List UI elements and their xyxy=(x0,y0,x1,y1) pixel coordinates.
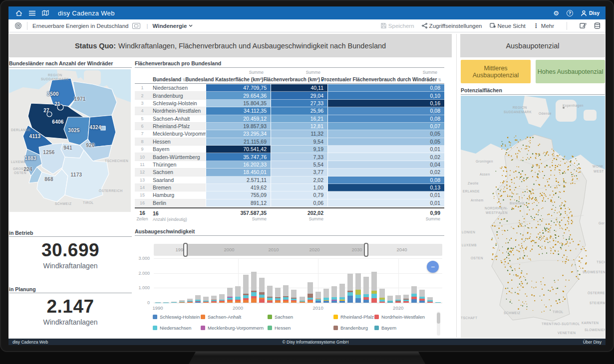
mittleres-ausbaupotenzial-button[interactable]: Mittleres Ausbaupotenzial xyxy=(461,60,531,83)
stacked-bar-2016[interactable] xyxy=(363,277,369,303)
help-icon[interactable]: ? xyxy=(567,10,573,16)
slider-handle-left[interactable] xyxy=(183,243,188,257)
stacked-bar-2000[interactable] xyxy=(235,286,241,303)
stacked-bar-2025[interactable] xyxy=(435,302,441,303)
potential-area-dot xyxy=(511,226,511,227)
stacked-bar-2006[interactable] xyxy=(283,285,289,303)
potential-area-dot xyxy=(492,255,493,256)
table-row[interactable]: 2Brandenburg29.654,3629,040,10 xyxy=(135,92,444,99)
legend-item-nordrhein-westfalen[interactable]: Nordrhein-Westfalen xyxy=(374,314,425,320)
stacked-bar-1999[interactable] xyxy=(227,288,233,303)
stacked-bar-2008[interactable] xyxy=(300,297,305,303)
bar-segment xyxy=(300,297,305,300)
stacked-bar-2018[interactable] xyxy=(379,289,385,303)
stacked-bar-2019[interactable] xyxy=(387,296,393,303)
user-menu[interactable]: Disy xyxy=(581,10,600,16)
stacked-bar-2023[interactable] xyxy=(419,290,425,303)
database-icon[interactable] xyxy=(594,22,601,29)
stacked-bar-2021[interactable] xyxy=(403,295,409,303)
table-row[interactable]: 5Sachsen-Anhalt20.459,1216,210,08 xyxy=(135,115,444,123)
sheet-selector[interactable]: Windenergie xyxy=(152,23,193,29)
legend-item-sachsen-anhalt[interactable]: Sachsen-Anhalt xyxy=(201,314,241,320)
potential-area-dot xyxy=(502,225,503,226)
table-row[interactable]: 11Thüringen16.202,335,540,04 xyxy=(135,161,444,169)
stacked-bar-1995[interactable] xyxy=(195,295,201,303)
potential-area-dot xyxy=(564,245,565,246)
potenzialflaechen-map[interactable]: REGIONSUDDANEMARKKopenhagenOdenseWOIW.WE… xyxy=(461,96,605,338)
slider-handle-right[interactable] xyxy=(364,243,368,257)
stacked-bar-2010[interactable] xyxy=(315,292,321,303)
table-row[interactable]: 3Schleswig-Holstein15.804,3527,330,16 xyxy=(135,100,444,107)
time-range-slider[interactable]: 199020002010202020302040 xyxy=(154,244,442,256)
column-header-katasterflaeche[interactable]: Bundesland Katasterfläche (km²)⇅ xyxy=(206,77,271,82)
stacked-bar-1993[interactable] xyxy=(179,300,185,303)
column-header-prozentual[interactable]: Prozentualer Flächenverbrauch durch Wind… xyxy=(327,77,444,82)
more-button[interactable]: ⋮ Mehr xyxy=(533,22,554,29)
column-header-flaechenverbrauch[interactable]: Flächenverbrauch (km²)▼ xyxy=(271,77,327,82)
table-row[interactable]: 4Nordrhein-Westfalen34.112,3525,960,08 xyxy=(135,107,444,115)
table-row[interactable]: 10Baden-Württemberg35.747,767,330,02 xyxy=(135,153,444,161)
access-settings-button[interactable]: Zugriffseinstellungen xyxy=(422,23,482,29)
table-row[interactable]: 14Bremen419,621,000,13 xyxy=(135,184,444,191)
table-row[interactable]: 1Niedersachsen47.709,7540,110,08 xyxy=(135,84,444,92)
stacked-bar-1992[interactable] xyxy=(171,302,177,303)
zoom-out-button[interactable]: − xyxy=(427,261,439,273)
potential-area-dot xyxy=(546,228,547,229)
stacked-bar-1991[interactable] xyxy=(163,302,169,303)
legend-scrollbar-thumb[interactable] xyxy=(437,313,440,324)
stacked-bar-2002[interactable] xyxy=(251,272,257,303)
stacked-bar-2024[interactable] xyxy=(427,297,433,303)
menu-icon[interactable] xyxy=(29,10,35,16)
legend-item-rheinland-pfalz[interactable]: Rheinland-Pfalz xyxy=(333,314,374,320)
table-row[interactable]: 9Bayern70.541,429,190,01 xyxy=(135,146,444,153)
map-icon[interactable] xyxy=(42,10,49,16)
table-row[interactable]: 6Rheinland-Pfalz19.857,9312,810,07 xyxy=(135,123,444,130)
hohes-ausbaupotenzial-button[interactable]: Hohes Ausbaupotenzial xyxy=(536,60,605,83)
save-button[interactable]: Speichern xyxy=(381,23,414,29)
legend-item-hessen[interactable]: Hessen xyxy=(268,325,291,331)
legend-item-niedersachsen[interactable]: Niedersachsen xyxy=(153,325,191,331)
potential-area-dot xyxy=(537,176,538,177)
stacked-bar-2013[interactable] xyxy=(339,284,345,303)
stacked-bar-1990[interactable] xyxy=(155,302,161,303)
legend-item-brandenburg[interactable]: Brandenburg xyxy=(333,325,368,331)
stacked-bar-2020[interactable] xyxy=(395,295,401,303)
table-row[interactable]: 12Sachsen18.450,013,770,02 xyxy=(135,169,444,176)
table-row[interactable]: 13Saarland2.571,112,020,08 xyxy=(135,177,444,184)
stacked-bar-2005[interactable] xyxy=(275,288,281,303)
legend-item-schleswig-holstein[interactable]: Schleswig-Holstein xyxy=(153,314,200,320)
windraeder-choropleth-map[interactable]: 3500197121276406302543244113125694192018… xyxy=(9,69,131,212)
stacked-bar-1998[interactable] xyxy=(219,294,225,303)
potential-area-dot xyxy=(528,150,529,151)
stacked-bar-2017[interactable] xyxy=(371,272,377,303)
stacked-bar-1994[interactable] xyxy=(187,299,193,303)
table-row[interactable]: 7Mecklenburg-Vorpommern23.295,3411,320,0… xyxy=(135,130,444,138)
home-icon[interactable] xyxy=(15,10,22,16)
legend-item-bayern[interactable]: Bayern xyxy=(374,325,396,331)
settings-gear-icon[interactable]: ⚙ xyxy=(553,10,559,16)
legend-item-sachsen[interactable]: Sachsen xyxy=(268,314,293,320)
table-row[interactable]: 15Hamburg755,090,790,01 xyxy=(135,191,444,199)
stacked-bar-1996[interactable] xyxy=(203,297,209,303)
stacked-bar-2004[interactable] xyxy=(267,286,273,303)
stacked-bar-1997[interactable] xyxy=(211,296,217,303)
stacked-bar-2003[interactable] xyxy=(259,278,265,303)
stacked-bar-2001[interactable] xyxy=(243,275,249,303)
new-view-button[interactable]: Neue Sicht xyxy=(490,23,526,29)
stacked-bar-2012[interactable] xyxy=(331,286,337,303)
stacked-bar-2022[interactable] xyxy=(411,286,417,303)
table-row[interactable]: 16Berlin891,120,060,01 xyxy=(135,199,444,207)
stacked-bar-2015[interactable] xyxy=(355,273,361,303)
legend-scrollbar[interactable] xyxy=(437,312,440,336)
stacked-bar-2009[interactable] xyxy=(307,282,313,303)
footer-about-link[interactable]: Über Disy xyxy=(583,340,602,345)
stacked-bar-2011[interactable] xyxy=(323,289,329,303)
potential-area-dot xyxy=(546,223,547,225)
legend-item-mecklenburg-vorpommern[interactable]: Mecklenburg-Vorpommern xyxy=(201,325,264,331)
breadcrumb-workbook[interactable]: Erneuerbare Energien in Deutschland xyxy=(32,23,128,29)
target-icon[interactable] xyxy=(14,22,22,29)
stacked-bar-2014[interactable] xyxy=(347,274,353,303)
table-row[interactable]: 8Hessen21.115,699,540,05 xyxy=(135,138,444,146)
edit-note-icon[interactable] xyxy=(580,22,587,29)
stacked-bar-2007[interactable] xyxy=(291,290,297,303)
